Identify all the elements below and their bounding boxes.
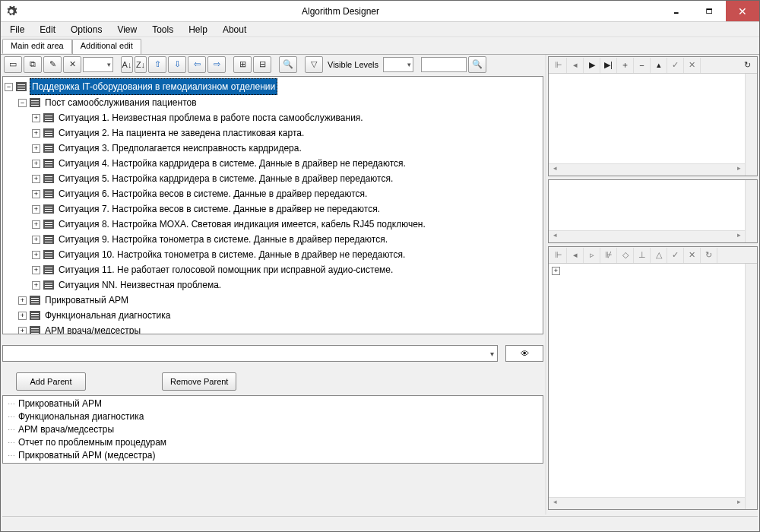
expander-icon[interactable]: + xyxy=(32,205,40,214)
list-item[interactable]: Прикроватный АРМ xyxy=(8,397,538,410)
tool-move-down-icon[interactable]: ⇩ xyxy=(168,56,186,73)
tree-situation[interactable]: +Ситуация 10. Настройка тонометра в сист… xyxy=(32,247,543,262)
nav-prev-icon[interactable]: ◂ xyxy=(567,58,584,73)
tree-situation[interactable]: +Ситуация 2. На пациента не заведена пла… xyxy=(32,125,543,141)
scrollbar-vertical[interactable] xyxy=(745,74,757,176)
scrollbar-horizontal[interactable]: ◂▸ xyxy=(549,163,745,176)
tool-find-icon[interactable]: 🔍 xyxy=(279,56,297,73)
parent-combo[interactable] xyxy=(2,345,498,362)
expander-icon[interactable]: + xyxy=(32,114,40,122)
expander-icon[interactable]: + xyxy=(32,281,40,290)
maximize-button[interactable] xyxy=(692,1,726,21)
expander-icon[interactable]: + xyxy=(32,190,40,198)
tree-item-label[interactable]: Прикроватный АРМ xyxy=(43,293,130,308)
p3-btn9-icon[interactable]: ✕ xyxy=(684,248,701,263)
nav-first-icon[interactable]: ⊩ xyxy=(550,58,567,73)
tree-situation[interactable]: +Ситуация 5. Настройка кардридера в сист… xyxy=(32,171,543,186)
tree-situation[interactable]: +Ситуация 3. Предполагается неисправност… xyxy=(32,141,543,156)
tree-situation[interactable]: +Ситуация 8. Настройка MOXA. Световая ин… xyxy=(32,217,543,232)
tool-new-icon[interactable]: ▭ xyxy=(4,56,22,73)
expander-icon[interactable]: + xyxy=(32,251,40,259)
tool-collapse-icon[interactable]: ⊟ xyxy=(253,56,271,73)
p3-btn3-icon[interactable]: ▹ xyxy=(584,248,600,263)
up-icon[interactable]: ▴ xyxy=(651,58,667,73)
toolbar-search-input[interactable] xyxy=(421,57,467,72)
tree-item-label[interactable]: Функциональная диагностика xyxy=(43,308,172,323)
list-item[interactable]: Прикроватный АРМ (медсестра) xyxy=(8,449,538,462)
expander-icon[interactable]: − xyxy=(5,83,13,91)
tool-sort-desc-icon[interactable]: Z↓ xyxy=(135,56,147,73)
list-item[interactable]: АРМ врача/медсестры xyxy=(8,423,538,436)
tree-item-label[interactable]: Ситуация 7. Настройка весов в системе. Д… xyxy=(57,201,382,217)
menu-view[interactable]: View xyxy=(111,23,143,36)
p3-btn8-icon[interactable]: ✓ xyxy=(667,248,684,263)
expander-icon[interactable]: + xyxy=(32,175,40,183)
nav-play-icon[interactable]: ▶ xyxy=(584,58,600,73)
tool-search-icon[interactable]: 🔍 xyxy=(468,56,486,73)
tool-delete-icon[interactable]: ✕ xyxy=(63,56,81,73)
menu-edit[interactable]: Edit xyxy=(33,23,62,36)
tree-item-label[interactable]: Ситуация 9. Настройка тонометра в систем… xyxy=(57,232,389,247)
tree-item-label[interactable]: Ситуация 1. Неизвестная проблема в работ… xyxy=(57,110,365,125)
nav-last-icon[interactable]: ▶| xyxy=(600,58,617,73)
remove-icon[interactable]: − xyxy=(634,58,651,73)
tree-situation[interactable]: +Ситуация 9. Настройка тонометра в систе… xyxy=(32,232,543,247)
expander-icon[interactable]: + xyxy=(32,160,40,168)
bottom-list[interactable]: Прикроватный АРМ Функциональная диагност… xyxy=(2,395,543,464)
tree-item-label[interactable]: Ситуация 8. Настройка MOXA. Световая инд… xyxy=(57,217,427,232)
p3-btn6-icon[interactable]: ⊥ xyxy=(634,248,651,263)
tool-expand-icon[interactable]: ⊞ xyxy=(233,56,252,73)
tool-delete-mode-select[interactable] xyxy=(83,57,113,72)
p3-btn5-icon[interactable]: ◇ xyxy=(617,248,634,263)
visible-levels-select[interactable] xyxy=(383,57,413,72)
menu-about[interactable]: About xyxy=(217,23,252,36)
panel2-body[interactable]: ◂▸ xyxy=(549,180,757,242)
remove-parent-button[interactable]: Remove Parent xyxy=(162,372,236,391)
tree-item-label[interactable]: Ситуация 3. Предполагается неисправность… xyxy=(57,141,303,156)
expander-icon[interactable]: + xyxy=(18,296,27,305)
cancel-icon[interactable]: ✕ xyxy=(684,58,701,73)
scrollbar-vertical[interactable] xyxy=(745,264,757,509)
expander-icon[interactable]: + xyxy=(32,144,40,153)
tree-root[interactable]: − Поддержка IT-оборудования в гемодиализ… xyxy=(5,78,543,95)
add-icon[interactable]: ＋ xyxy=(617,58,634,73)
p3-btn4-icon[interactable]: ⊮ xyxy=(600,248,617,263)
menu-options[interactable]: Options xyxy=(65,23,108,36)
tree-item-label[interactable]: Ситуация 11. Не работает голосовой помощ… xyxy=(57,262,394,277)
tree-item-label[interactable]: Ситуация 2. На пациента не заведена плас… xyxy=(57,125,306,141)
menu-tools[interactable]: Tools xyxy=(146,23,179,36)
scrollbar-vertical[interactable] xyxy=(745,180,757,242)
tool-sort-asc-icon[interactable]: A↓ xyxy=(121,56,133,73)
expander-icon[interactable]: + xyxy=(32,266,40,274)
expander-icon[interactable]: + xyxy=(18,312,27,320)
p3-btn2-icon[interactable]: ◂ xyxy=(567,248,584,263)
list-item[interactable]: Функциональная диагностика xyxy=(8,410,538,423)
tree-situation[interactable]: +Ситуация 7. Настройка весов в системе. … xyxy=(32,201,543,217)
tree-other[interactable]: +Функциональная диагностика xyxy=(18,308,543,323)
tree-view[interactable]: − Поддержка IT-оборудования в гемодиализ… xyxy=(2,76,543,334)
tool-edit-icon[interactable]: ✎ xyxy=(43,56,62,73)
expander-icon[interactable]: + xyxy=(32,129,40,138)
tree-situation[interactable]: +Ситуация 11. Не работает голосовой помо… xyxy=(32,262,543,277)
menu-help[interactable]: Help xyxy=(182,23,214,36)
p3-btn7-icon[interactable]: △ xyxy=(651,248,667,263)
scrollbar-horizontal[interactable]: ◂▸ xyxy=(549,497,745,509)
p3-btn1-icon[interactable]: ⊩ xyxy=(550,248,567,263)
tree-other[interactable]: +АРМ врача/медсестры xyxy=(18,323,543,334)
tree-item-label[interactable]: АРМ врача/медсестры xyxy=(43,323,142,334)
expander-icon[interactable]: + xyxy=(32,220,40,229)
tool-filter-icon[interactable]: ▽ xyxy=(305,56,323,73)
mid-search-box[interactable] xyxy=(505,345,543,362)
tree-situation[interactable]: +Ситуация 4. Настройка кардридера в сист… xyxy=(32,156,543,171)
minimize-button[interactable] xyxy=(659,1,692,21)
tree-situation[interactable]: +Ситуация 6. Настройка весов в системе. … xyxy=(32,186,543,201)
close-button[interactable] xyxy=(726,1,759,21)
refresh-icon[interactable]: ↻ xyxy=(739,58,755,73)
tool-move-up-icon[interactable]: ⇧ xyxy=(148,56,166,73)
add-parent-button[interactable]: Add Parent xyxy=(16,372,86,391)
list-item[interactable]: Отчет по проблемным процедурам xyxy=(8,436,538,449)
expander-icon[interactable]: + xyxy=(552,267,560,275)
tree-item-label[interactable]: Ситуация 4. Настройка кардридера в систе… xyxy=(57,156,407,171)
tree-root-label[interactable]: Поддержка IT-оборудования в гемодиализно… xyxy=(30,78,277,95)
tree-item-label[interactable]: Ситуация 5. Настройка кардридера в систе… xyxy=(57,171,394,186)
